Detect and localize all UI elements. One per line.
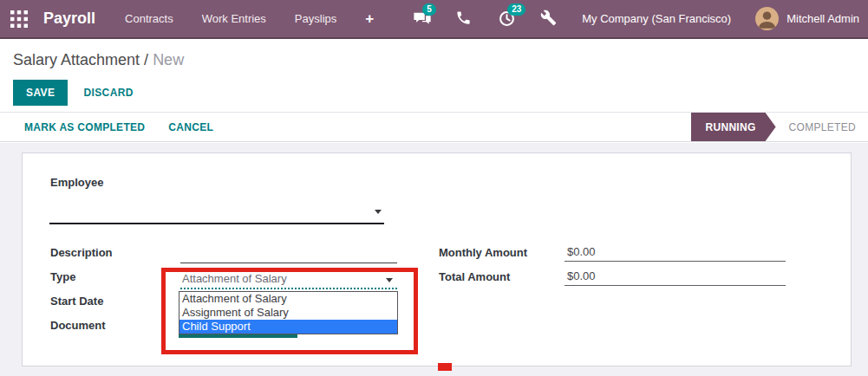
type-label: Type xyxy=(50,270,75,283)
select-focus-underline xyxy=(179,334,297,338)
type-option-child-support[interactable]: Child Support xyxy=(179,320,397,334)
description-label: Description xyxy=(50,246,113,259)
plus-icon[interactable]: + xyxy=(365,10,374,28)
monthly-amount-field[interactable]: $0.00 xyxy=(565,243,786,262)
type-select-caret-icon[interactable] xyxy=(386,278,393,282)
type-select-value: Attachment of Salary xyxy=(182,272,287,285)
user-avatar[interactable] xyxy=(755,7,779,30)
employee-field[interactable] xyxy=(49,196,384,224)
app-title[interactable]: Payroll xyxy=(43,10,95,28)
start-date-label: Start Date xyxy=(50,295,103,308)
description-field[interactable] xyxy=(180,246,397,263)
breadcrumb-separator: / xyxy=(144,51,148,68)
top-navbar: Payroll Contracts Work Entries Payslips … xyxy=(0,0,868,39)
statusbar-states: RUNNING COMPLETED xyxy=(691,113,865,141)
menu-payslips[interactable]: Payslips xyxy=(295,12,336,25)
document-label: Document xyxy=(50,319,106,332)
company-switcher[interactable]: My Company (San Francisco) xyxy=(582,12,731,25)
topbar-systray: 5 23 My Company (San Francisco) xyxy=(389,7,859,30)
employee-dropdown-caret-icon[interactable] xyxy=(375,210,382,214)
total-amount-label: Total Amount xyxy=(439,270,510,283)
monthly-amount-label: Monthly Amount xyxy=(439,246,527,259)
breadcrumb-parent[interactable]: Salary Attachment xyxy=(13,51,140,68)
phone-icon[interactable] xyxy=(455,10,474,29)
control-panel-buttons: SAVE DISCARD xyxy=(13,80,134,106)
discard-button[interactable]: DISCARD xyxy=(83,87,133,99)
form-view-background: Employee Description Type Attachment of … xyxy=(0,143,868,376)
save-button[interactable]: SAVE xyxy=(13,80,68,106)
user-menu[interactable]: Mitchell Admin xyxy=(786,12,859,25)
tools-icon[interactable] xyxy=(540,10,559,29)
state-running[interactable]: RUNNING xyxy=(691,113,776,141)
apps-grid-icon[interactable] xyxy=(10,10,28,28)
menu-contracts[interactable]: Contracts xyxy=(125,12,173,25)
breadcrumb: Salary Attachment / New xyxy=(0,39,868,77)
activities-clock-icon[interactable]: 23 xyxy=(498,10,517,29)
total-amount-field[interactable]: $0.00 xyxy=(565,268,786,286)
type-option-assignment-of-salary[interactable]: Assignment of Salary xyxy=(179,306,397,320)
state-completed[interactable]: COMPLETED xyxy=(776,113,865,141)
messages-icon[interactable]: 5 xyxy=(413,10,432,29)
menu-work-entries[interactable]: Work Entries xyxy=(202,12,266,25)
employee-label: Employee xyxy=(50,176,103,189)
activities-badge: 23 xyxy=(507,3,525,16)
form-sheet: Employee Description Type Attachment of … xyxy=(22,152,852,366)
messages-badge: 5 xyxy=(422,3,436,16)
type-dropdown-list: Attachment of Salary Assignment of Salar… xyxy=(179,291,398,334)
employee-input[interactable] xyxy=(49,196,362,223)
form-statusbar: MARK AS COMPLETED CANCEL RUNNING COMPLET… xyxy=(0,112,868,142)
description-input[interactable] xyxy=(180,246,397,263)
type-select[interactable]: Attachment of Salary xyxy=(180,270,397,289)
statusbar-buttons: MARK AS COMPLETED CANCEL xyxy=(24,113,237,141)
type-option-attachment-of-salary[interactable]: Attachment of Salary xyxy=(179,292,397,306)
breadcrumb-current: New xyxy=(153,51,184,68)
mark-as-completed-button[interactable]: MARK AS COMPLETED xyxy=(24,121,145,133)
cancel-button[interactable]: CANCEL xyxy=(168,121,213,133)
